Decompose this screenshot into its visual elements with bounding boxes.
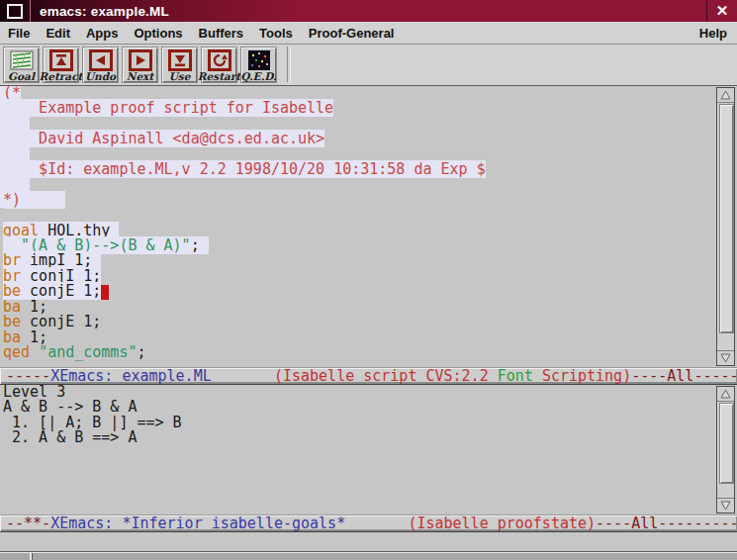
modeline-segment: --**- [6,514,50,532]
text-cursor [101,285,109,300]
restart-button-label: Restart [198,71,240,82]
menu-item-buffers[interactable]: Buffers [191,26,252,41]
code-line: "(A & B)-->(B & A)"; [0,238,737,253]
code-line: br conjI 1; [0,269,737,284]
goal-button-label: Goal [8,71,35,82]
modeline-segment: XEmacs: example.ML [50,367,212,385]
code-segment: ; [137,343,145,361]
menu-item-file[interactable]: File [0,26,38,41]
next-button-label: Next [127,71,153,82]
resize-grip [30,553,33,560]
modeline-segment: ----- [6,367,50,385]
scroll-up-arrow-icon[interactable] [717,88,734,103]
qed-button[interactable]: Q.E.D. [240,47,277,83]
code-line: $Id: example.ML,v 2.2 1998/10/20 10:31:5… [0,162,737,177]
scroll-down-arrow-icon[interactable] [717,498,734,513]
code-segment: Example proof script for Isabelle [3,99,333,117]
code-line: ba 1; [0,300,737,315]
retract-button[interactable]: Retract [43,47,79,83]
modeline-segment: ----All--------- [596,514,737,532]
use-button[interactable]: Use [161,47,198,83]
code-segment [30,343,39,361]
retract-button-label: Retract [40,71,83,82]
scrollbar-thumb[interactable] [719,104,734,333]
modeline-segment [212,367,274,385]
menu-item-edit[interactable]: Edit [38,26,78,41]
window-menu-button[interactable] [0,0,31,22]
goal-button[interactable]: Goal [3,47,40,83]
script-scrollbar[interactable] [716,87,735,366]
modeline-segment: (Isabelle proofstate) [408,514,596,532]
modeline-script: -----XEmacs: example.ML (Isabelle script… [0,367,737,385]
code-line: David Aspinall <da@dcs.ed.ac.uk> [0,132,737,146]
toolbar-separator [287,47,291,82]
code-segment: David Aspinall <da@dcs.ed.ac.uk> [3,130,324,147]
next-button[interactable]: Next [122,47,158,83]
modeline-goals: --**-XEmacs: *Inferior isabelle-goals* (… [0,514,737,532]
scroll-down-arrow-icon[interactable] [717,350,734,365]
code-line [0,177,737,192]
code-segment: qed [3,343,30,361]
undo-button-label: Undo [85,71,116,82]
modeline-segment [533,367,542,385]
code-line: qed "and_comms"; [0,345,737,360]
restart-button[interactable]: Restart [201,47,237,83]
menu-item-options[interactable]: Options [126,26,190,41]
modeline-segment: ----All----- [631,367,737,385]
code-line: Example proof script for Isabelle [0,101,737,116]
goals-scrollbar[interactable] [716,386,735,513]
modeline-segment: Font [498,367,533,385]
menu-item-proof-general[interactable]: Proof-General [301,26,403,41]
code-segment: *) [3,191,65,209]
code-segment: ; [191,236,209,254]
titlebar: emacs: example.ML ✕ [0,0,737,22]
retract-up-icon [49,49,73,71]
code-segment: $Id: example.ML,v 2.2 1998/10/20 10:31:5… [3,160,486,178]
close-icon: ✕ [716,2,729,20]
next-right-icon [129,49,152,71]
menubar: FileEditAppsOptionsBuffersToolsProof-Gen… [0,22,737,45]
menu-item-help[interactable]: Help [690,26,737,41]
window-title: emacs: example.ML [31,4,706,19]
code-line: *) [0,193,737,208]
xemacs-window: emacs: example.ML ✕ FileEditAppsOptionsB… [0,0,737,560]
modeline-segment: Scripting) [542,367,631,385]
close-button[interactable]: ✕ [706,0,737,22]
minibuffer-text [0,533,3,551]
menu-item-tools[interactable]: Tools [251,26,301,41]
minibuffer[interactable] [0,532,737,551]
modeline-segment: XEmacs: *Inferior isabelle-goals* [50,514,345,532]
goal-scroll-icon [10,49,34,71]
frame-bottom-strip [0,551,737,560]
code-segment: "and_comms" [39,343,137,361]
code-line: 2. A & B ==> A [0,430,737,445]
use-button-label: Use [169,71,191,82]
window-menu-icon [7,4,23,19]
toolbar: Goal Retract Undo Next Use [0,45,737,86]
code-line: be conjE 1; [0,284,737,299]
code-line: be conjE 1; [0,315,737,329]
undo-button[interactable]: Undo [82,47,119,83]
menu-item-apps[interactable]: Apps [78,26,127,41]
scrollbar-thumb[interactable] [719,403,734,484]
scroll-up-arrow-icon[interactable] [717,387,734,402]
modeline-segment: (Isabelle script CVS:2.2 [274,367,498,385]
script-buffer[interactable]: (* Example proof script for Isabelle Dav… [0,86,737,367]
qed-fireworks-icon [247,49,271,71]
restart-cycle-icon [208,49,231,71]
code-line: br impI 1; [0,253,737,268]
use-down-icon [168,49,192,71]
qed-button-label: Q.E.D. [240,71,276,82]
goals-buffer[interactable]: Level 3A & B --> B & A 1. [| A; B |] ==>… [0,385,737,514]
modeline-segment [345,514,408,532]
undo-left-icon [89,49,113,71]
